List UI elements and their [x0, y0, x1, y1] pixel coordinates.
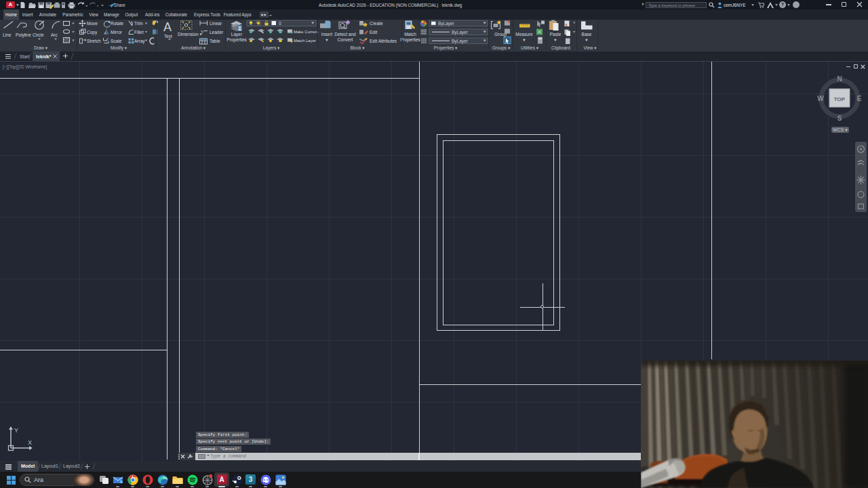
svg-text:0: 0 [279, 21, 281, 26]
svg-text:N: N [837, 75, 842, 83]
svg-text:Y: Y [14, 427, 18, 434]
svg-text:W: W [817, 95, 824, 102]
svg-text:TOP: TOP [834, 96, 846, 102]
svg-text:A: A [163, 20, 172, 34]
svg-text:S: S [837, 115, 842, 122]
svg-text:X: X [28, 439, 32, 446]
svg-text:E: E [857, 95, 862, 102]
